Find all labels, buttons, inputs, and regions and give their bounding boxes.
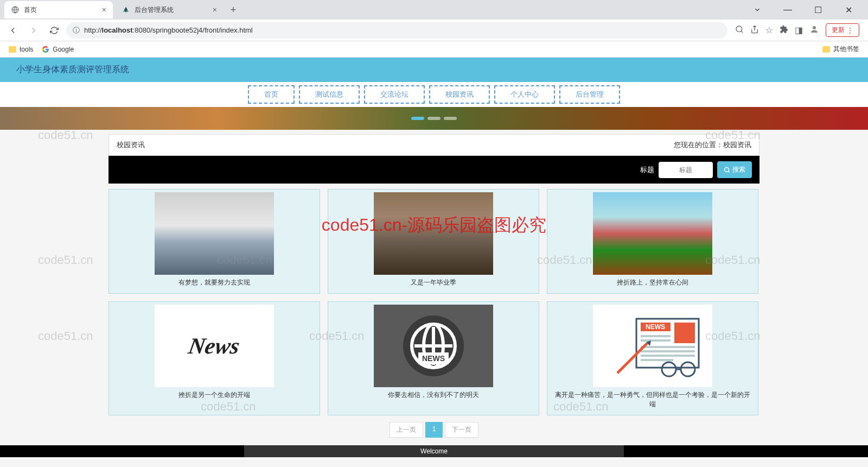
minimize-icon[interactable]: —: [777, 2, 799, 18]
reload-button[interactable]: [46, 22, 63, 39]
info-icon[interactable]: ⓘ: [73, 26, 80, 35]
address-bar: ⓘ http://localhost:8080/springboote52j4/…: [0, 20, 868, 41]
news-title: 挫折是另一个生命的开端: [175, 387, 253, 403]
close-icon[interactable]: ×: [102, 5, 106, 14]
carousel-dot-3[interactable]: [444, 117, 457, 120]
svg-point-3: [725, 167, 729, 172]
search-icon: [724, 167, 730, 173]
other-bookmarks[interactable]: 其他书签: [822, 45, 859, 54]
svg-rect-14: [641, 339, 671, 342]
nav-test-info[interactable]: 测试信息: [299, 85, 360, 104]
profile-icon[interactable]: [809, 24, 819, 36]
svg-rect-16: [641, 350, 695, 352]
star-icon[interactable]: ☆: [765, 25, 773, 35]
bookmark-tools[interactable]: tools: [9, 46, 33, 53]
vue-icon: [122, 5, 130, 14]
folder-icon: [9, 46, 16, 53]
window-controls: — ☐ ✕: [746, 2, 864, 18]
news-card[interactable]: 又是一年毕业季: [328, 189, 539, 294]
news-image: [593, 192, 712, 275]
news-title: 离开是一种痛苦，是一种勇气，但同样也是一个考验，是一个新的开端: [550, 387, 755, 412]
news-title: 挫折路上，坚持常在心间: [614, 275, 692, 291]
news-image: NEWS: [374, 305, 493, 387]
news-card[interactable]: 挫折路上，坚持常在心间: [547, 189, 758, 294]
nav-forum[interactable]: 交流论坛: [364, 85, 425, 104]
page-content: 小学生身体素质测评管理系统 首页 测试信息 交流论坛 校园资讯 个人中心 后台管…: [0, 58, 868, 467]
carousel-dot-2[interactable]: [427, 117, 441, 120]
chevron-down-icon[interactable]: [746, 2, 768, 18]
close-window-icon[interactable]: ✕: [838, 2, 859, 18]
news-card[interactable]: NEWS 你要去相信，没有到不了的明天: [328, 301, 539, 415]
footer-text: Welcome: [244, 445, 624, 457]
tab-bar: 首页 × 后台管理系统 × + — ☐ ✕: [0, 0, 868, 20]
next-page-button[interactable]: 下一页: [445, 422, 478, 438]
pagination: 上一页 1 下一页: [108, 422, 760, 438]
nav-user-center[interactable]: 个人中心: [494, 85, 555, 104]
browser-chrome: 首页 × 后台管理系统 × + — ☐ ✕ ⓘ http://localhost…: [0, 0, 868, 58]
extensions-icon[interactable]: [780, 25, 788, 36]
folder-icon: [822, 46, 830, 53]
google-icon: [42, 46, 49, 53]
svg-text:NEWS: NEWS: [646, 323, 665, 331]
browser-tab-1[interactable]: 首页 ×: [4, 1, 113, 18]
news-image: News: [155, 305, 274, 387]
svg-rect-18: [641, 359, 673, 361]
news-image: NEWS: [593, 305, 712, 387]
svg-rect-15: [641, 346, 695, 348]
zoom-icon[interactable]: [735, 25, 744, 36]
close-icon[interactable]: ×: [213, 5, 217, 14]
nav-home[interactable]: 首页: [248, 85, 295, 104]
news-image: [155, 192, 274, 275]
search-button[interactable]: 搜索: [717, 161, 752, 178]
footer: Welcome: [0, 445, 868, 457]
svg-rect-13: [641, 335, 671, 337]
svg-rect-17: [641, 355, 695, 357]
tab-title: 首页: [24, 5, 37, 15]
url-input[interactable]: ⓘ http://localhost:8080/springboote52j4/…: [66, 22, 727, 39]
page-number-1[interactable]: 1: [425, 422, 443, 438]
prev-page-button[interactable]: 上一页: [390, 422, 423, 438]
share-icon[interactable]: [750, 25, 759, 36]
new-tab-button[interactable]: +: [226, 2, 241, 17]
carousel-dots: [411, 117, 457, 120]
news-card[interactable]: 有梦想，就要努力去实现: [108, 189, 320, 294]
back-button[interactable]: [4, 22, 22, 39]
tab-title: 后台管理系统: [135, 5, 174, 15]
svg-text:NEWS: NEWS: [422, 354, 445, 363]
banner-carousel[interactable]: [0, 107, 868, 130]
svg-rect-12: [674, 323, 695, 343]
bookmark-google[interactable]: Google: [42, 46, 74, 53]
browser-tab-2[interactable]: 后台管理系统 ×: [115, 1, 224, 18]
side-panel-icon[interactable]: ◨: [795, 25, 803, 35]
svg-point-1: [736, 26, 742, 32]
news-title: 又是一年毕业季: [407, 275, 459, 291]
site-title: 小学生身体素质测评管理系统: [0, 58, 868, 82]
nav-admin[interactable]: 后台管理: [559, 85, 620, 104]
news-image: [374, 192, 493, 275]
breadcrumb-location: 您现在的位置：校园资讯: [674, 140, 751, 150]
nav-news[interactable]: 校园资讯: [429, 85, 490, 104]
main-nav: 首页 测试信息 交流论坛 校园资讯 个人中心 后台管理: [0, 82, 868, 107]
globe-icon: [11, 5, 20, 14]
carousel-dot-1[interactable]: [411, 117, 424, 120]
search-input[interactable]: [659, 162, 713, 178]
news-card[interactable]: News 挫折是另一个生命的开端: [108, 301, 320, 415]
news-grid: 有梦想，就要努力去实现 又是一年毕业季 挫折路上，坚持常在心间 News 挫折是…: [108, 189, 760, 415]
url-text: http://localhost:8080/springboote52j4/fr…: [84, 26, 253, 34]
breadcrumb: 校园资讯 您现在的位置：校园资讯: [108, 134, 760, 156]
news-title: 有梦想，就要努力去实现: [175, 275, 253, 291]
search-label: 标题: [640, 165, 654, 175]
update-button[interactable]: 更新⋮: [826, 23, 859, 37]
page-title: 校园资讯: [117, 140, 145, 150]
maximize-icon[interactable]: ☐: [807, 2, 829, 18]
news-title: 你要去相信，没有到不了的明天: [385, 387, 482, 403]
news-card[interactable]: NEWS 离开是一种痛苦，是一种勇气，但同样也是一个考验，是一个新的开端: [547, 301, 758, 415]
search-bar: 标题 搜索: [108, 156, 760, 184]
svg-point-2: [813, 26, 816, 29]
forward-button[interactable]: [25, 22, 42, 39]
bookmark-bar: tools Google 其他书签: [0, 41, 868, 58]
